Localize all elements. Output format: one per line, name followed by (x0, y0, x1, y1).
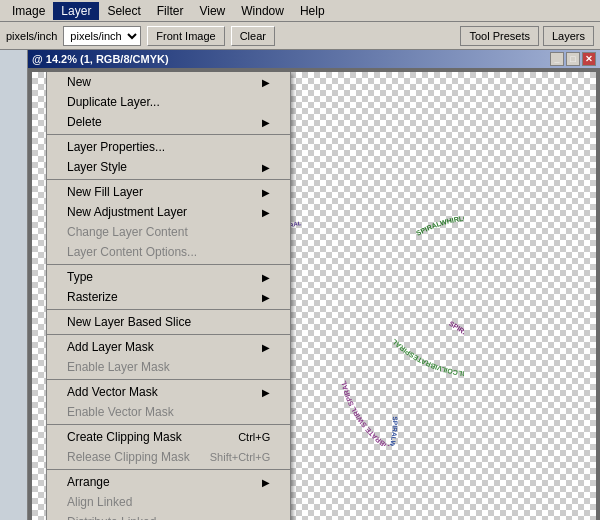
menu-item-align-linked: Align Linked (47, 492, 290, 512)
minimize-button[interactable]: _ (550, 52, 564, 66)
menu-item-new-fill-label: New Fill Layer (67, 185, 143, 199)
menubar: Image Layer Select Filter View Window He… (0, 0, 600, 22)
main-area: @ 14.2% (1, RGB/8/CMYK) _ □ ✕ (0, 50, 600, 520)
svg-text:SPIRALWHIRLCOILVIBRATESPIRAL W: SPIRALWHIRLCOILVIBRATESPIRAL WHIRLCOILVI… (388, 237, 464, 425)
menu-item-layer-properties-label: Layer Properties... (67, 140, 165, 154)
menu-item-add-vector-mask[interactable]: Add Vector Mask ▶ (47, 382, 290, 402)
menu-item-content-options-label: Layer Content Options... (67, 245, 197, 259)
menu-item-create-clipping-shortcut: Ctrl+G (238, 431, 270, 443)
canvas-content: SPIRALWHIRLCOILVIBRATESPIRAL WHIRLCOILVI… (32, 72, 596, 520)
menu-item-type-arrow: ▶ (262, 272, 270, 283)
menu-item-distribute-linked: Distribute Linked (47, 512, 290, 520)
menu-item-create-clipping-label: Create Clipping Mask (67, 430, 182, 444)
menu-item-new-fill-arrow: ▶ (262, 187, 270, 198)
menu-item-type-label: Type (67, 270, 93, 284)
layer-menu[interactable]: New ▶ Duplicate Layer... Delete ▶ Layer … (46, 72, 291, 520)
window-title: @ 14.2% (1, RGB/8/CMYK) (32, 53, 169, 65)
toolbar: pixels/inch pixels/inch Front Image Clea… (0, 22, 600, 50)
menu-item-change-content-label: Change Layer Content (67, 225, 188, 239)
canvas-area: @ 14.2% (1, RGB/8/CMYK) _ □ ✕ (28, 50, 600, 520)
menu-item-duplicate-label: Duplicate Layer... (67, 95, 160, 109)
menubar-image[interactable]: Image (4, 2, 53, 20)
menu-item-add-layer-mask-label: Add Layer Mask (67, 340, 154, 354)
separator-6 (47, 379, 290, 380)
menu-item-rasterize-label: Rasterize (67, 290, 118, 304)
menu-item-layer-style[interactable]: Layer Style ▶ (47, 157, 290, 177)
menu-item-new-fill[interactable]: New Fill Layer ▶ (47, 182, 290, 202)
menu-item-rasterize[interactable]: Rasterize ▶ (47, 287, 290, 307)
menubar-filter[interactable]: Filter (149, 2, 192, 20)
menu-item-create-clipping[interactable]: Create Clipping Mask Ctrl+G (47, 427, 290, 447)
menu-item-enable-vector-mask: Enable Vector Mask (47, 402, 290, 422)
menu-item-new-adjustment-label: New Adjustment Layer (67, 205, 187, 219)
separator-2 (47, 179, 290, 180)
menu-item-distribute-linked-label: Distribute Linked (67, 515, 156, 520)
separator-5 (47, 334, 290, 335)
menu-item-new-slice-label: New Layer Based Slice (67, 315, 191, 329)
menu-item-change-content: Change Layer Content (47, 222, 290, 242)
window-controls: _ □ ✕ (550, 52, 596, 66)
menu-item-delete[interactable]: Delete ▶ (47, 112, 290, 132)
maximize-button[interactable]: □ (566, 52, 580, 66)
menu-item-content-options: Layer Content Options... (47, 242, 290, 262)
svg-text:SPIRALWHIRLCOILVIBRATESPIRAL W: SPIRALWHIRLCOILVIBRATESPIRAL WHIRLCOILVI… (362, 311, 464, 446)
menubar-view[interactable]: View (191, 2, 233, 20)
menu-item-enable-layer-mask-label: Enable Layer Mask (67, 360, 170, 374)
menu-item-new-arrow: ▶ (262, 77, 270, 88)
menu-item-enable-vector-mask-label: Enable Vector Mask (67, 405, 174, 419)
menu-item-new-slice[interactable]: New Layer Based Slice (47, 312, 290, 332)
separator-4 (47, 309, 290, 310)
front-image-button[interactable]: Front Image (147, 26, 224, 46)
clear-button[interactable]: Clear (231, 26, 275, 46)
menu-item-add-vector-mask-arrow: ▶ (262, 387, 270, 398)
menu-item-type[interactable]: Type ▶ (47, 267, 290, 287)
units-label: pixels/inch (6, 30, 57, 42)
layers-button[interactable]: Layers (543, 26, 594, 46)
separator-3 (47, 264, 290, 265)
menu-item-arrange-arrow: ▶ (262, 477, 270, 488)
menu-item-arrange-label: Arrange (67, 475, 110, 489)
units-select[interactable]: pixels/inch (63, 26, 141, 46)
menu-item-layer-style-arrow: ▶ (262, 162, 270, 173)
menu-item-new[interactable]: New ▶ (47, 72, 290, 92)
menu-item-add-layer-mask-arrow: ▶ (262, 342, 270, 353)
menu-item-enable-layer-mask: Enable Layer Mask (47, 357, 290, 377)
window-titlebar: @ 14.2% (1, RGB/8/CMYK) _ □ ✕ (28, 50, 600, 68)
menu-item-layer-style-label: Layer Style (67, 160, 127, 174)
menubar-select[interactable]: Select (99, 2, 148, 20)
menu-item-delete-arrow: ▶ (262, 117, 270, 128)
menu-item-align-linked-label: Align Linked (67, 495, 132, 509)
menu-item-layer-properties[interactable]: Layer Properties... (47, 137, 290, 157)
menubar-layer[interactable]: Layer (53, 2, 99, 20)
menu-item-delete-label: Delete (67, 115, 102, 129)
menu-item-release-clipping: Release Clipping Mask Shift+Ctrl+G (47, 447, 290, 467)
menu-item-new-adjustment-arrow: ▶ (262, 207, 270, 218)
menu-item-add-vector-mask-label: Add Vector Mask (67, 385, 158, 399)
separator-7 (47, 424, 290, 425)
menu-item-release-clipping-shortcut: Shift+Ctrl+G (210, 451, 271, 463)
menubar-help[interactable]: Help (292, 2, 333, 20)
menu-item-add-layer-mask[interactable]: Add Layer Mask ▶ (47, 337, 290, 357)
svg-text:SPIRALWHIRLCOILVIBRATESPIRAL W: SPIRALWHIRLCOILVIBRATESPIRAL WHIRLCOILVI… (415, 168, 464, 444)
separator-8 (47, 469, 290, 470)
menu-item-new-adjustment[interactable]: New Adjustment Layer ▶ (47, 202, 290, 222)
menubar-window[interactable]: Window (233, 2, 292, 20)
menu-item-duplicate[interactable]: Duplicate Layer... (47, 92, 290, 112)
toolbar-right: Tool Presets Layers (460, 26, 594, 46)
menu-item-release-clipping-label: Release Clipping Mask (67, 450, 190, 464)
close-button[interactable]: ✕ (582, 52, 596, 66)
left-panel (0, 50, 28, 520)
tool-presets-button[interactable]: Tool Presets (460, 26, 539, 46)
menu-item-new-label: New (67, 75, 91, 89)
menu-item-arrange[interactable]: Arrange ▶ (47, 472, 290, 492)
separator-1 (47, 134, 290, 135)
menu-item-rasterize-arrow: ▶ (262, 292, 270, 303)
